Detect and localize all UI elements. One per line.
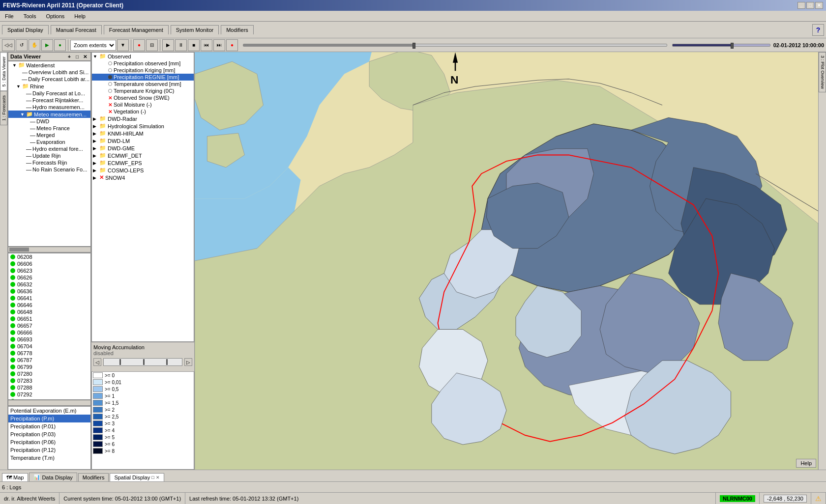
zoom-dropdown-button[interactable]: ▼	[117, 39, 129, 51]
layer-item[interactable]: Temperature Kriging (0C)	[92, 87, 194, 94]
station-item[interactable]: 06632	[8, 281, 90, 288]
bottom-list-item[interactable]: Precipitation (P.01)	[8, 422, 90, 430]
bottom-list-item[interactable]: Precipitation (P.12)	[8, 446, 90, 454]
map-area[interactable]: N 250,0 km Help	[195, 52, 818, 470]
layer-group[interactable]: ▶📁ECMWF_DET	[92, 152, 194, 159]
bottom-tab-modifiers[interactable]: Modifiers	[78, 473, 109, 481]
bottom-list-item[interactable]: Potential Evaporation (E.m)	[8, 407, 90, 415]
tree-item[interactable]: — DWD	[8, 118, 90, 125]
layer-group[interactable]: ▼📁Observed	[92, 53, 194, 60]
layer-group[interactable]: ▶📁ECMWF_EPS	[92, 159, 194, 167]
tree-hscrollbar[interactable]	[8, 247, 91, 252]
tab-forecast-management[interactable]: Forecast Management	[104, 25, 169, 34]
station-item[interactable]: 06606	[8, 260, 90, 267]
menu-file[interactable]: File	[2, 12, 17, 20]
tree-item[interactable]: ▼📁 Meteo measuremen...	[8, 111, 90, 118]
layer-item[interactable]: Temperature observed [mm]	[92, 81, 194, 87]
tree-item[interactable]: — Update Rijn	[8, 152, 90, 159]
bottom-list-item[interactable]: Precipitation (P.03)	[8, 430, 90, 438]
station-item[interactable]: 06704	[8, 343, 90, 350]
layer-group[interactable]: ▶✕SNOW4	[92, 174, 194, 181]
station-item[interactable]: 06787	[8, 357, 90, 364]
map-layer-toggle[interactable]: ●	[133, 39, 145, 51]
station-hscrollbar[interactable]	[8, 400, 91, 406]
tree-item[interactable]: — Evaporation	[8, 139, 90, 145]
last-button[interactable]: ⏭	[213, 39, 225, 51]
dv-close-button[interactable]: ✕	[82, 54, 88, 59]
left-tab-forecasts[interactable]: 1 : Forecasts	[0, 91, 7, 125]
tab-modifiers[interactable]: Modifiers	[221, 25, 254, 34]
station-item[interactable]: 06646	[8, 302, 90, 308]
ma-left-button[interactable]: ◁	[93, 358, 101, 366]
zoom-select[interactable]: Zoom extents	[70, 40, 116, 51]
layer-item[interactable]: Precipitation REGNIE [mm]	[92, 74, 194, 81]
record-button[interactable]: ●	[226, 39, 238, 51]
play-button[interactable]: ▶	[162, 39, 174, 51]
bottom-tab-data-display[interactable]: 📊 Data Display	[29, 473, 77, 481]
menu-options[interactable]: Options	[43, 12, 67, 20]
nav-back-button[interactable]: ◁◁	[2, 39, 15, 51]
layer-item[interactable]: Precipitation observed [mm]	[92, 60, 194, 67]
station-item[interactable]: 06666	[8, 329, 90, 336]
station-item[interactable]: 07288	[8, 384, 90, 391]
station-item[interactable]: 06693	[8, 336, 90, 343]
data-viewer-controls[interactable]: + □ ✕	[66, 54, 88, 59]
station-item[interactable]: 06657	[8, 322, 90, 329]
bottom-list-item[interactable]: Precipitation (P.m)	[8, 415, 90, 422]
station-item[interactable]: 06623	[8, 267, 90, 274]
help-button[interactable]: ?	[812, 24, 824, 36]
layer-tree[interactable]: ▼📁Observed Precipitation observed [mm] P…	[91, 52, 194, 342]
tree-item[interactable]: — Hydro measuremen...	[8, 104, 90, 111]
tab-manual-forecast[interactable]: Manual Forecast	[51, 25, 102, 34]
map-option-btn[interactable]: ⊟	[146, 39, 158, 51]
menu-help[interactable]: Help	[71, 12, 88, 20]
tree-item[interactable]: — No Rain Scenario Fo...	[8, 166, 90, 173]
tree-item[interactable]: ▼📁 Waterdienst	[8, 61, 90, 69]
layer-group[interactable]: ▶📁DWD-Radar	[92, 115, 194, 122]
ma-slider[interactable]	[103, 358, 182, 366]
maximize-button[interactable]: □	[806, 2, 814, 9]
station-item[interactable]: 06651	[8, 315, 90, 322]
window-controls[interactable]: _ □ ✕	[797, 2, 823, 9]
nav-hand-button[interactable]: ✋	[29, 39, 40, 51]
layer-group[interactable]: ▶📁KNMI-HIRLAM	[92, 130, 194, 137]
station-item[interactable]: 07292	[8, 391, 90, 398]
station-item[interactable]: 06641	[8, 295, 90, 302]
ma-right-button[interactable]: ▷	[184, 358, 192, 366]
bottom-list[interactable]: Potential Evaporation (E.m)Precipitation…	[8, 406, 91, 470]
tree-item[interactable]: — Overview Lobith and Si...	[8, 69, 90, 76]
layer-item[interactable]: ✕Observed Snow (SWE)	[92, 94, 194, 101]
tree-item[interactable]: — Merged	[8, 132, 90, 139]
help-button-map[interactable]: Help	[796, 459, 816, 468]
bottom-tab-map[interactable]: 🗺 Map	[2, 473, 28, 481]
nav-circle-button[interactable]: ●	[54, 39, 66, 51]
stop-button[interactable]: ■	[188, 39, 200, 51]
dv-expand-button[interactable]: +	[66, 54, 73, 59]
layer-group[interactable]: ▶📁DWD-GME	[92, 144, 194, 152]
station-item[interactable]: 06799	[8, 364, 90, 370]
tab-spatial-display[interactable]: Spatial Display	[2, 25, 49, 34]
bottom-list-item[interactable]: Precipitation (P.06)	[8, 438, 90, 446]
tree-item[interactable]: — Daily Forecast at Lo...	[8, 90, 90, 97]
minimize-button[interactable]: _	[797, 2, 805, 9]
tree-item[interactable]: — Daily Forecast Lobith ar...	[8, 76, 90, 83]
spatial-display-close-button[interactable]: ✕	[156, 475, 160, 480]
bottom-tab-spatial-display[interactable]: Spatial Display □ ✕	[110, 473, 164, 481]
nav-play-green-button[interactable]: ▶	[41, 39, 53, 51]
station-list[interactable]: 0620806606066230662606632066360664106646…	[8, 252, 91, 400]
tab-system-monitor[interactable]: System Monitor	[171, 25, 219, 34]
close-button[interactable]: ✕	[815, 2, 823, 9]
station-item[interactable]: 07283	[8, 377, 90, 384]
tree-item[interactable]: — Forecasts Rijn	[8, 159, 90, 166]
tree-item[interactable]: — Hydro external fore...	[8, 145, 90, 152]
station-item[interactable]: 07280	[8, 370, 90, 377]
tree-container[interactable]: ▼📁 Waterdienst — Overview Lobith and Si.…	[8, 61, 91, 247]
tree-item[interactable]: — Meteo France	[8, 125, 90, 132]
bottom-list-item[interactable]: Temperature (T.m)	[8, 454, 90, 462]
nav-refresh-button[interactable]: ↺	[16, 39, 28, 51]
dv-collapse-button[interactable]: □	[74, 54, 81, 59]
station-item[interactable]: 06778	[8, 350, 90, 357]
station-item[interactable]: 06626	[8, 274, 90, 281]
menu-tools[interactable]: Tools	[21, 12, 39, 20]
tree-item[interactable]: — Forecast Rijntakker...	[8, 97, 90, 104]
